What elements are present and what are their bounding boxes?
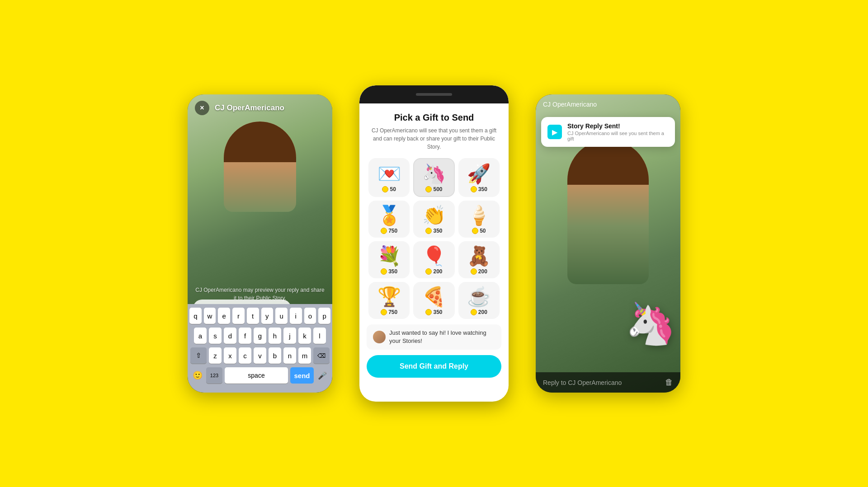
- gift-emoji-pizza: 🍕: [422, 287, 446, 306]
- reply-input[interactable]: Reply to CJ OperAmericano: [543, 379, 660, 386]
- space-key[interactable]: space: [225, 367, 288, 384]
- gift-emoji-balloon: 🎈: [422, 247, 446, 266]
- key-v[interactable]: v: [254, 347, 266, 364]
- keyboard: q w e r t y u i o p a s d f g h j k l ⇧ …: [188, 304, 332, 393]
- coin-icon-11: [425, 309, 432, 315]
- coin-icon-4: [381, 228, 387, 234]
- cost-value-9: 200: [478, 268, 487, 275]
- cost-value-6: 50: [480, 228, 486, 234]
- key-n[interactable]: n: [283, 347, 296, 364]
- send-gift-reply-button[interactable]: Send Gift and Reply: [367, 355, 501, 378]
- gift-cell-icecream[interactable]: 🍦 50: [458, 201, 500, 238]
- gift-cell-unicorn[interactable]: 🦄 500: [413, 158, 454, 197]
- unicorn-gift-overlay: 🦄: [625, 300, 676, 347]
- gift-cell-flowers[interactable]: 💐 350: [368, 241, 410, 278]
- phone2-bottom: Just wanted to say hi! I love watching y…: [359, 324, 509, 385]
- coin-icon-8: [425, 268, 432, 275]
- key-z[interactable]: z: [209, 347, 222, 364]
- gift-cost-9: 200: [471, 268, 487, 275]
- gift-emoji-flowers: 💐: [377, 247, 401, 266]
- shift-key[interactable]: ⇧: [190, 347, 207, 364]
- key-s[interactable]: s: [209, 328, 222, 344]
- key-w[interactable]: w: [204, 308, 216, 324]
- gift-cell-heart-letter[interactable]: 💌 50: [368, 158, 410, 197]
- gift-cost-8: 200: [425, 268, 442, 275]
- close-button[interactable]: ×: [195, 101, 209, 115]
- gift-emoji-heart-letter: 💌: [377, 164, 401, 183]
- gift-cost-4: 750: [381, 228, 397, 234]
- pick-gift-subtitle: CJ OperAmericano will see that you sent …: [368, 126, 500, 151]
- gift-emoji-vip: 🏅: [377, 206, 401, 225]
- notification-content: Story Reply Sent! CJ OperAmericano will …: [567, 122, 669, 141]
- cost-value-2: 500: [433, 186, 442, 192]
- phone1-header: × CJ OperAmericano: [188, 94, 332, 120]
- coin-icon-12: [471, 309, 477, 315]
- cost-value-3: 350: [478, 186, 487, 192]
- delete-icon[interactable]: 🗑: [665, 378, 673, 387]
- cost-value-7: 350: [388, 268, 397, 275]
- key-l[interactable]: l: [313, 328, 326, 344]
- gift-cost-11: 350: [425, 309, 442, 315]
- cost-value-12: 200: [478, 309, 487, 315]
- gift-cell-coffee[interactable]: ☕ 200: [458, 282, 500, 319]
- gift-cell-trophy[interactable]: 🏆 750: [368, 282, 410, 319]
- phone-2: Pick a Gift to Send CJ OperAmericano wil…: [359, 85, 509, 402]
- notification-title: Story Reply Sent!: [567, 122, 669, 130]
- coin-icon: [382, 186, 388, 192]
- cost-value-5: 350: [433, 228, 442, 234]
- key-h[interactable]: h: [269, 328, 281, 344]
- emoji-key[interactable]: 🙂: [191, 367, 204, 384]
- mic-key[interactable]: 🎤: [316, 367, 329, 384]
- numbers-key[interactable]: 123: [206, 367, 222, 384]
- key-f[interactable]: f: [239, 328, 251, 344]
- reply-avatar: [373, 331, 386, 343]
- key-j[interactable]: j: [283, 328, 296, 344]
- gift-cost-2: 500: [425, 186, 442, 192]
- phone3-input-bar: Reply to CJ OperAmericano 🗑: [536, 372, 680, 393]
- key-i[interactable]: i: [290, 308, 302, 324]
- gift-emoji-bear: 🧸: [467, 247, 491, 266]
- key-t[interactable]: t: [247, 308, 259, 324]
- key-g[interactable]: g: [254, 328, 266, 344]
- gift-cell-vip[interactable]: 🏅 750: [368, 201, 410, 238]
- gift-cost-3: 350: [471, 186, 487, 192]
- coin-icon-6: [472, 228, 478, 234]
- phone3-username: CJ OperAmericano: [543, 101, 597, 108]
- keyboard-row-1: q w e r t y u i o p: [189, 308, 330, 324]
- coin-icon-10: [381, 309, 387, 315]
- coin-icon-2: [425, 186, 432, 192]
- key-m[interactable]: m: [298, 347, 311, 364]
- key-q[interactable]: q: [189, 308, 202, 324]
- send-key[interactable]: send: [290, 367, 314, 384]
- key-r[interactable]: r: [232, 308, 245, 324]
- key-b[interactable]: b: [269, 347, 281, 364]
- cost-value-4: 750: [388, 228, 397, 234]
- key-x[interactable]: x: [224, 347, 236, 364]
- key-a[interactable]: a: [194, 328, 207, 344]
- delete-key[interactable]: ⌫: [313, 347, 330, 364]
- gift-emoji-clap: 👏: [422, 206, 446, 225]
- key-u[interactable]: u: [275, 308, 288, 324]
- key-y[interactable]: y: [261, 308, 274, 324]
- key-c[interactable]: c: [239, 347, 251, 364]
- gift-cost-5: 350: [425, 228, 442, 234]
- key-o[interactable]: o: [304, 308, 316, 324]
- key-p[interactable]: p: [318, 308, 330, 324]
- gift-cell-pizza[interactable]: 🍕 350: [413, 282, 454, 319]
- key-k[interactable]: k: [298, 328, 311, 344]
- coin-icon-3: [471, 186, 477, 192]
- gift-cost-10: 750: [381, 309, 397, 315]
- gift-cell-balloon[interactable]: 🎈 200: [413, 241, 454, 278]
- gift-cell-bear[interactable]: 🧸 200: [458, 241, 500, 278]
- notification-subtitle: CJ OperAmericano will see you sent them …: [567, 131, 669, 141]
- gift-cell-rocket[interactable]: 🚀 350: [458, 158, 500, 197]
- gifts-grid: 💌 50 🦄 500 🚀 350: [368, 158, 500, 319]
- gift-cell-clap[interactable]: 👏 350: [413, 201, 454, 238]
- key-d[interactable]: d: [224, 328, 236, 344]
- cost-value-8: 200: [433, 268, 442, 275]
- cost-value-10: 750: [388, 309, 397, 315]
- story-video-area: [188, 94, 332, 311]
- key-e[interactable]: e: [218, 308, 230, 324]
- cost-value-11: 350: [433, 309, 442, 315]
- keyboard-row-3: ⇧ z x c v b n m ⌫: [189, 347, 330, 364]
